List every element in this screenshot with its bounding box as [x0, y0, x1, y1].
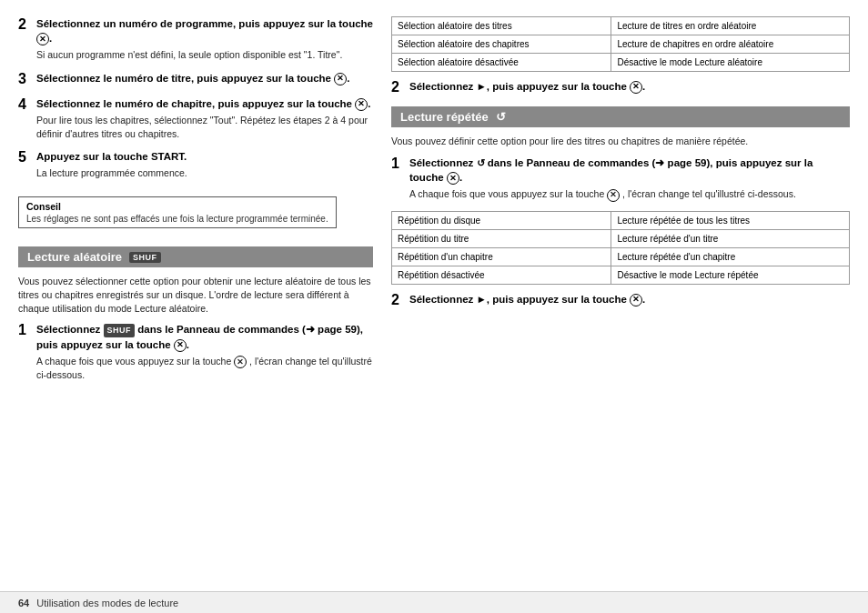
repetee-step-number-1: 1	[391, 156, 404, 202]
step-4-title: Sélectionnez le numéro de chapitre, puis…	[36, 96, 373, 111]
section-repetee-header: Lecture répétée ↺	[391, 106, 850, 127]
repetee-step-1: 1 Sélectionnez ↺ dans le Panneau de comm…	[391, 156, 850, 202]
section-aleatoire-title: Lecture aléatoire	[27, 250, 122, 264]
table-cell-label: Sélection aléatoire des titres	[392, 17, 611, 35]
table-aleatoire: Sélection aléatoire des titresLecture de…	[391, 16, 850, 72]
table-cell-label: Répétition du titre	[392, 229, 611, 247]
circle-x-icon: ✕	[355, 98, 368, 111]
step-5-body: La lecture programmée commence.	[36, 166, 373, 180]
repetee-step-1-body: A chaque fois que vous appuyez sur la to…	[409, 187, 850, 201]
aleatoire-step-1-content: Sélectionnez SHUF dans le Panneau de com…	[36, 322, 373, 382]
table-cell-label: Sélection aléatoire des chapitres	[392, 35, 611, 54]
step-2-body: Si aucun programme n'est défini, la seul…	[36, 48, 373, 62]
step-4: 4 Sélectionnez le numéro de chapitre, pu…	[18, 96, 373, 140]
table-cell-value: Désactive le mode Lecture répétée	[611, 266, 850, 284]
circle-x-icon: ✕	[334, 73, 347, 85]
repeat-icon: ↺	[496, 110, 506, 124]
table-cell-label: Répétition d'un chapitre	[392, 247, 611, 266]
table-row: Répétition du titreLecture répétée d'un …	[392, 229, 850, 247]
circle-x-icon: ✕	[36, 33, 49, 45]
aleatoire-step-1-title: Sélectionnez SHUF dans le Panneau de com…	[36, 322, 373, 352]
conseil-text: Les réglages ne sont pas effacés une foi…	[26, 214, 328, 224]
repetee-step-2: 2 Sélectionnez ►, puis appuyez sur la to…	[391, 292, 850, 308]
circle-x-icon-inline: ✕	[234, 356, 247, 368]
table-cell-value: Désactive le mode Lecture aléatoire	[611, 54, 850, 72]
footer: 64 Utilisation des modes de lecture	[0, 591, 868, 613]
page-number: 64	[18, 598, 29, 608]
conseil-title: Conseil	[26, 201, 328, 212]
repetee-step-1-content: Sélectionnez ↺ dans le Panneau de comman…	[409, 156, 850, 202]
step-2-title: Sélectionnez un numéro de programme, pui…	[36, 16, 373, 45]
repetee-step-2-title: Sélectionnez ►, puis appuyez sur la touc…	[409, 292, 850, 306]
step-4-content: Sélectionnez le numéro de chapitre, puis…	[36, 96, 373, 140]
step-2-content: Sélectionnez un numéro de programme, pui…	[36, 16, 373, 62]
table-cell-value: Lecture répétée d'un chapitre	[611, 247, 850, 266]
step-number-4: 4	[18, 96, 31, 140]
aleatoire-step-1: 1 Sélectionnez SHUF dans le Panneau de c…	[18, 322, 373, 382]
aleatoire-step-1-body: A chaque fois que vous appuyez sur la to…	[36, 355, 373, 382]
left-column: 2 Sélectionnez un numéro de programme, p…	[18, 16, 373, 597]
step-3-content: Sélectionnez le numéro de titre, puis ap…	[36, 71, 373, 87]
step-5-title: Appuyez sur la touche START.	[36, 149, 373, 164]
repetee-step-1-title: Sélectionnez ↺ dans le Panneau de comman…	[409, 156, 850, 186]
table-cell-value: Lecture de titres en ordre aléatoire	[611, 17, 850, 35]
aleatoire-step-number-1: 1	[18, 322, 31, 382]
table-row: Répétition du disqueLecture répétée de t…	[392, 211, 850, 229]
step-number-3: 3	[18, 71, 31, 87]
table-cell-label: Répétition désactivée	[392, 266, 611, 284]
table-row: Sélection aléatoire des titresLecture de…	[392, 17, 850, 35]
shuf-badge-inline: SHUF	[104, 324, 136, 337]
footer-text: Utilisation des modes de lecture	[36, 598, 178, 608]
circle-x-icon: ✕	[174, 339, 187, 352]
table-cell-label: Répétition du disque	[392, 211, 611, 229]
section-aleatoire-header: Lecture aléatoire SHUF	[18, 246, 373, 267]
aleatoire-step-2: 2 Sélectionnez ►, puis appuyez sur la to…	[391, 79, 850, 95]
step-5: 5 Appuyez sur la touche START. La lectur…	[18, 149, 373, 180]
table-row: Sélection aléatoire des chapitresLecture…	[392, 35, 850, 54]
aleatoire-intro: Vous pouvez sélectionner cette option po…	[18, 275, 373, 315]
step-number-2: 2	[18, 16, 31, 62]
table-cell-value: Lecture répétée de tous les titres	[611, 211, 850, 229]
step-2: 2 Sélectionnez un numéro de programme, p…	[18, 16, 373, 62]
section-repetee-title: Lecture répétée	[400, 110, 489, 124]
aleatoire-step-2-content: Sélectionnez ►, puis appuyez sur la touc…	[409, 79, 850, 95]
repetee-step-2-number: 2	[391, 292, 404, 308]
table-cell-value: Lecture répétée d'un titre	[611, 229, 850, 247]
circle-x-icon-inline: ✕	[607, 189, 620, 202]
repeat-icon-inline: ↺	[477, 156, 485, 170]
shuf-badge: SHUF	[129, 252, 161, 263]
step-3-title: Sélectionnez le numéro de titre, puis ap…	[36, 71, 373, 85]
step-number-5: 5	[18, 149, 31, 180]
step-3: 3 Sélectionnez le numéro de titre, puis …	[18, 71, 373, 87]
circle-x-icon: ✕	[630, 294, 642, 306]
conseil-box: Conseil Les réglages ne sont pas effacés…	[18, 196, 337, 228]
aleatoire-step-2-title: Sélectionnez ►, puis appuyez sur la touc…	[409, 79, 850, 94]
table-cell-value: Lecture de chapitres en ordre aléatoire	[611, 35, 850, 54]
step-5-content: Appuyez sur la touche START. La lecture …	[36, 149, 373, 180]
table-cell-label: Sélection aléatoire désactivée	[392, 54, 611, 72]
repetee-intro: Vous pouvez définir cette option pour li…	[391, 135, 850, 148]
table-row: Répétition d'un chapitreLecture répétée …	[392, 247, 850, 266]
aleatoire-step-2-number: 2	[391, 79, 404, 95]
step-4-body: Pour lire tous les chapitres, sélectionn…	[36, 114, 373, 140]
table-repetee: Répétition du disqueLecture répétée de t…	[391, 211, 850, 285]
repetee-step-2-content: Sélectionnez ►, puis appuyez sur la touc…	[409, 292, 850, 308]
right-column: Sélection aléatoire des titresLecture de…	[391, 16, 850, 597]
table-row: Répétition désactivéeDésactive le mode L…	[392, 266, 850, 284]
circle-x-icon: ✕	[447, 172, 459, 185]
circle-x-icon: ✕	[630, 81, 642, 94]
table-row: Sélection aléatoire désactivéeDésactive …	[392, 54, 850, 72]
